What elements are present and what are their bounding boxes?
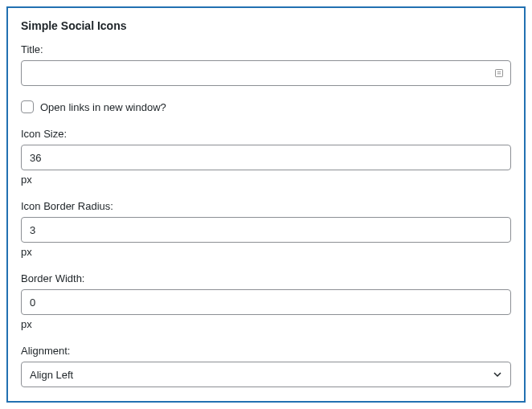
widget-title: Simple Social Icons	[21, 19, 511, 32]
icon-size-field: Icon Size: px	[21, 128, 511, 186]
border-width-input[interactable]	[21, 289, 511, 315]
alignment-select-wrap: Align Left	[21, 362, 511, 387]
border-width-label: Border Width:	[21, 272, 511, 284]
icon-size-label: Icon Size:	[21, 128, 511, 140]
new-window-checkbox[interactable]	[21, 100, 34, 113]
border-radius-unit: px	[21, 246, 511, 258]
border-radius-label: Icon Border Radius:	[21, 200, 511, 212]
border-width-unit: px	[21, 318, 511, 330]
title-input-wrap	[21, 60, 511, 86]
widget-settings-panel: Simple Social Icons Title: Open links in…	[6, 6, 526, 403]
autofill-icon	[493, 67, 505, 79]
border-width-field: Border Width: px	[21, 272, 511, 330]
title-label: Title:	[21, 43, 511, 55]
alignment-label: Alignment:	[21, 345, 511, 357]
new-window-field: Open links in new window?	[21, 100, 511, 113]
border-radius-input[interactable]	[21, 217, 511, 243]
title-input[interactable]	[21, 60, 511, 86]
icon-size-input[interactable]	[21, 145, 511, 170]
alignment-select[interactable]: Align Left	[21, 362, 511, 387]
new-window-label[interactable]: Open links in new window?	[40, 101, 166, 113]
border-radius-field: Icon Border Radius: px	[21, 200, 511, 258]
title-field: Title:	[21, 43, 511, 86]
icon-size-unit: px	[21, 174, 511, 186]
alignment-field: Alignment: Align Left	[21, 345, 511, 387]
svg-rect-0	[496, 70, 503, 77]
